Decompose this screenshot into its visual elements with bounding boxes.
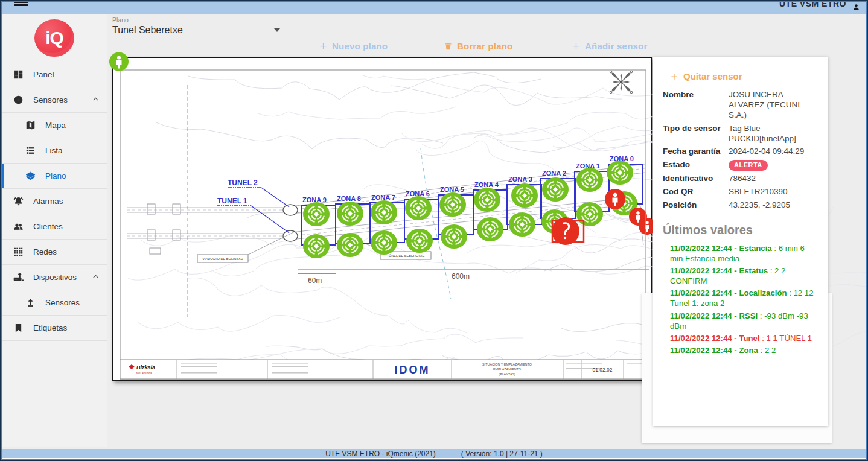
sidebar-item-sensores-sub[interactable]: Sensores: [2, 290, 107, 316]
sensor-green-icon[interactable]: [542, 177, 569, 202]
ultimos-valores-section: Últimos valores 11/02/2022 12:44 - Estan…: [663, 218, 817, 356]
sensor-green-icon[interactable]: [576, 202, 603, 226]
sensor-green-icon[interactable]: [576, 168, 603, 192]
nuevo-plano-button[interactable]: Nuevo plano: [319, 38, 397, 54]
sensor-green-icon[interactable]: [441, 224, 467, 249]
title-block: Bizkaiaforu aldundiaIDOMSITUACIÓN Y EMPL…: [120, 360, 663, 379]
history-entry: 11/02/2022 12:44 - Localización : 12 12 …: [670, 288, 817, 308]
plano-select[interactable]: Plano Tunel Seberetxe: [112, 16, 280, 39]
sensor-green-icon[interactable]: [477, 217, 503, 241]
history-entry: 11/02/2022 12:44 - Estatus : 2 2 CONFIRM: [670, 265, 817, 286]
svg-text:(PLANTAS): (PLANTAS): [499, 372, 515, 376]
ultimos-valores-title: Últimos valores: [663, 223, 817, 237]
person-ok-marker[interactable]: [108, 50, 130, 73]
info-value: 2024-02-04 09:44:29: [729, 147, 817, 157]
top-bar: UTE VSM ETRO: [2, 2, 866, 14]
status-bar: UTE VSM ETRO - iQmenic (2021) ( Versión:…: [2, 447, 866, 459]
sidebar-item-label: Lista: [45, 146, 63, 155]
iq-logo: iQ: [34, 19, 74, 57]
sensor-green-icon[interactable]: [337, 233, 363, 257]
sidebar-item-label: Redes: [33, 247, 57, 256]
zone-label: ZONA 7: [371, 194, 395, 201]
sensor-green-icon[interactable]: [474, 188, 500, 212]
quitar-sensor-button[interactable]: Quitar sensor: [670, 71, 817, 81]
info-label: Cod QR: [663, 187, 725, 197]
sensor-green-icon[interactable]: [439, 192, 466, 217]
info-value: 786432: [729, 174, 817, 184]
chevron-down-icon: [274, 28, 280, 32]
window-title: UTE VSM ETRO: [779, 2, 846, 8]
svg-text:TÚNEL DE SEBERETXE: TÚNEL DE SEBERETXE: [387, 254, 425, 258]
logo-area: iQ: [2, 14, 107, 62]
sidebar-item-plano-sub[interactable]: Plano: [2, 164, 107, 189]
bell-icon: [13, 196, 24, 207]
sidebar-item-lista-sub[interactable]: Lista: [2, 138, 107, 164]
sensor-green-icon[interactable]: [511, 183, 538, 208]
sensor-detail-panel: Quitar sensor NombreJOSU INCERA ALVAREZ …: [653, 57, 828, 426]
menu-icon[interactable]: [14, 2, 28, 7]
sidebar-item-label: Dispositivos: [33, 273, 77, 282]
sidebar-item-sensores[interactable]: Sensores: [2, 87, 107, 113]
svg-text:600m: 600m: [452, 272, 470, 281]
status-badge: ALERTA: [729, 160, 768, 171]
history-entry: 11/02/2022 12:44 - RSSI : -93 dBm -93 dB…: [670, 311, 817, 331]
upload-icon: [25, 297, 36, 308]
sensor-green-icon[interactable]: [337, 202, 363, 226]
svg-text:SITUACIÓN Y EMPLAZAMIENTO: SITUACIÓN Y EMPLAZAMIENTO: [482, 363, 532, 366]
svg-text:VIADUCTO DE BOLINTXU: VIADUCTO DE BOLINTXU: [202, 257, 243, 261]
svg-text:foru aldundia: foru aldundia: [136, 372, 153, 375]
sensor-info-rows: NombreJOSU INCERA ALVAREZ (TECUNI S.A.)T…: [663, 90, 817, 211]
plano-select-value: Tunel Seberetxe: [112, 25, 183, 36]
sidebar-item-redes[interactable]: Redes: [2, 240, 107, 265]
info-value: Tag Blue PUCKID[tunelApp]: [729, 124, 817, 144]
main-area: Plano Tunel Seberetxe Nuevo plano Borrar…: [107, 14, 866, 447]
info-label: Posición: [663, 200, 725, 211]
tunnel-plan-sheet[interactable]: TUNEL 2TUNEL 1VIADUCTO DE BOLINTXUTÚNEL …: [112, 57, 652, 381]
sidebar-item-alarmas[interactable]: Alarmas: [2, 189, 107, 214]
sidebar-item-mapa-sub[interactable]: Mapa: [2, 113, 107, 138]
sensor-green-icon[interactable]: [607, 161, 633, 185]
sidebar-item-label: Clientes: [33, 222, 63, 231]
plus-icon: [572, 42, 581, 51]
layers-icon: [25, 171, 36, 182]
person-alert-icon[interactable]: [605, 189, 625, 209]
compass-icon: [610, 71, 633, 94]
sensor-green-icon[interactable]: [509, 212, 535, 237]
sensor-green-icon[interactable]: [303, 234, 330, 258]
chevron-up-icon[interactable]: [92, 273, 100, 282]
zone-label: ZONA 3: [508, 176, 532, 183]
sidebar-item-clientes[interactable]: Clientes: [2, 214, 107, 240]
anadir-sensor-button[interactable]: Añadir sensor: [572, 38, 656, 54]
borrar-plano-button[interactable]: Borrar plano: [444, 38, 522, 54]
svg-text:EMPLAZAMIENTO: EMPLAZAMIENTO: [493, 367, 521, 371]
ultimos-valores-list: 11/02/2022 12:44 - Estancia : 6 min 6 mi…: [663, 243, 817, 356]
history-entry: 11/02/2022 12:44 - Tunel : 1 1 TÚNEL 1: [670, 333, 817, 343]
svg-text:01.02.02: 01.02.02: [592, 367, 612, 373]
user-icon[interactable]: [852, 3, 860, 14]
panel-grid-icon: [13, 69, 24, 80]
sidebar-item-label: Sensores: [45, 298, 80, 307]
sensor-green-icon[interactable]: [371, 230, 397, 255]
app-window: UTE VSM ETRO iQ PanelSensoresMapaListaPl…: [0, 0, 868, 461]
sensor-green-icon[interactable]: [303, 202, 330, 226]
sidebar-item-panel[interactable]: Panel: [2, 62, 107, 87]
sidebar-item-etiquetas[interactable]: Etiquetas: [2, 316, 107, 341]
router-icon: [13, 272, 24, 283]
sensor-target-icon: [13, 95, 24, 106]
svg-text:TUNEL 2: TUNEL 2: [228, 179, 258, 187]
map-icon: [25, 120, 36, 131]
person-group-alert-icon[interactable]: [629, 208, 656, 235]
people-icon: [13, 221, 24, 232]
info-label: Fecha garantía: [663, 147, 725, 157]
zone-label: ZONA 4: [474, 181, 499, 188]
sidebar-item-dispositivos[interactable]: Dispositivos: [2, 265, 107, 290]
sensor-green-icon[interactable]: [405, 196, 432, 220]
chevron-up-icon[interactable]: [92, 95, 100, 105]
info-value: 43.2235, -2.9205: [729, 200, 817, 211]
sidebar-item-label: Panel: [33, 70, 54, 79]
info-label: Nombre: [663, 90, 725, 121]
sensor-green-icon[interactable]: [406, 229, 433, 253]
bookmark-icon: [13, 323, 24, 334]
sensor-green-icon[interactable]: [371, 200, 397, 224]
sensor-alert-icon[interactable]: [552, 217, 579, 245]
